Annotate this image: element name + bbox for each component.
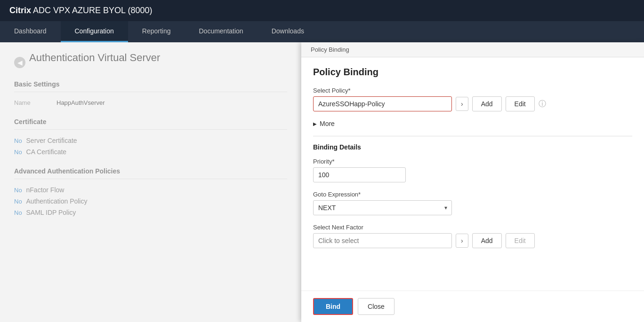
server-cert-prefix: No xyxy=(14,137,22,144)
goto-expression-label: Goto Expression* xyxy=(313,191,632,198)
tab-dashboard[interactable]: Dashboard xyxy=(0,21,61,42)
info-icon[interactable]: ⓘ xyxy=(539,99,546,109)
saml-idp-prefix: No xyxy=(14,209,22,216)
saml-idp-item: No SAML IDP Policy xyxy=(14,209,287,216)
priority-input[interactable] xyxy=(313,167,406,182)
auth-policy-prefix: No xyxy=(14,198,22,205)
select-policy-label: Select Policy* xyxy=(313,87,632,94)
main-content: ◀ Authentication Virtual Server Basic Se… xyxy=(0,42,644,322)
auth-policy-item: No Authentication Policy xyxy=(14,197,287,205)
select-next-factor-arrow-btn[interactable]: › xyxy=(456,234,468,248)
more-label: More xyxy=(320,120,335,127)
certificate-section: Certificate No Server Certificate No CA … xyxy=(14,118,287,156)
add-policy-button[interactable]: Add xyxy=(472,96,502,111)
goto-expression-group: Goto Expression* NEXT END USE_INVOCATION… xyxy=(313,191,632,215)
edit-next-factor-button: Edit xyxy=(506,233,535,248)
server-cert-text: Server Certificate xyxy=(26,137,77,144)
more-section[interactable]: ▶ More xyxy=(313,120,632,127)
ca-cert-item: No CA Certificate xyxy=(14,148,287,156)
tab-documentation[interactable]: Documentation xyxy=(185,21,257,42)
dialog-breadcrumb: Policy Binding xyxy=(301,42,644,57)
add-next-factor-button[interactable]: Add xyxy=(472,233,502,248)
auth-policy-text: Authentication Policy xyxy=(26,197,88,205)
goto-expression-select[interactable]: NEXT END USE_INVOCATION_RESULT xyxy=(313,200,452,215)
basic-settings-heading: Basic Settings xyxy=(14,80,287,92)
nfactor-item: No nFactor Flow xyxy=(14,186,287,194)
advanced-auth-section: Advanced Authentication Policies No nFac… xyxy=(14,167,287,216)
section-divider xyxy=(313,136,632,136)
select-next-factor-group: Select Next Factor › Add Edit xyxy=(313,224,632,248)
name-label: Name xyxy=(14,99,52,106)
nfactor-prefix: No xyxy=(14,187,22,194)
tab-configuration[interactable]: Configuration xyxy=(61,21,128,42)
select-policy-group: Select Policy* › Add Edit ⓘ xyxy=(313,87,632,111)
main-nav: Dashboard Configuration Reporting Docume… xyxy=(0,21,644,42)
close-button[interactable]: Close xyxy=(358,298,394,315)
app-subtitle: ADC VPX AZURE BYOL (8000) xyxy=(33,6,152,15)
more-triangle-icon: ▶ xyxy=(313,121,317,126)
basic-settings-section: Basic Settings Name HappAuthVserver xyxy=(14,80,287,106)
back-arrow-icon: ◀ xyxy=(14,57,25,68)
back-button[interactable]: ◀ Authentication Virtual Server xyxy=(14,52,287,73)
select-next-factor-row: › Add Edit xyxy=(313,233,632,248)
select-policy-arrow-btn[interactable]: › xyxy=(456,97,468,111)
binding-details-title: Binding Details xyxy=(313,143,632,151)
edit-policy-button[interactable]: Edit xyxy=(506,96,535,111)
page-title: Authentication Virtual Server xyxy=(29,52,160,64)
select-next-factor-input[interactable] xyxy=(313,233,452,248)
priority-label: Priority* xyxy=(313,158,632,165)
dialog-footer: Bind Close xyxy=(301,291,644,322)
nfactor-text: nFactor Flow xyxy=(26,186,64,194)
app-title: Citrix ADC VPX AZURE BYOL (8000) xyxy=(9,6,152,16)
name-value: HappAuthVserver xyxy=(56,99,105,106)
saml-idp-text: SAML IDP Policy xyxy=(26,209,76,216)
left-panel: ◀ Authentication Virtual Server Basic Se… xyxy=(0,42,301,322)
name-field-row: Name HappAuthVserver xyxy=(14,99,287,106)
dialog-body: Policy Binding Select Policy* › Add Edit… xyxy=(301,57,644,291)
policy-binding-panel: Policy Binding Policy Binding Select Pol… xyxy=(301,42,644,322)
goto-expression-select-wrapper: NEXT END USE_INVOCATION_RESULT ▾ xyxy=(313,200,452,215)
bind-button[interactable]: Bind xyxy=(313,298,353,315)
select-policy-input[interactable] xyxy=(313,96,452,111)
select-next-factor-label: Select Next Factor xyxy=(313,224,632,231)
priority-group: Priority* xyxy=(313,158,632,182)
dialog-title: Policy Binding xyxy=(313,67,632,78)
tab-reporting[interactable]: Reporting xyxy=(128,21,185,42)
tab-downloads[interactable]: Downloads xyxy=(258,21,318,42)
advanced-auth-heading: Advanced Authentication Policies xyxy=(14,167,287,179)
ca-cert-prefix: No xyxy=(14,149,22,156)
select-policy-row: › Add Edit ⓘ xyxy=(313,96,632,111)
app-header: Citrix ADC VPX AZURE BYOL (8000) xyxy=(0,0,644,21)
ca-cert-text: CA Certificate xyxy=(26,148,67,156)
server-cert-item: No Server Certificate xyxy=(14,137,287,144)
certificate-heading: Certificate xyxy=(14,118,287,130)
